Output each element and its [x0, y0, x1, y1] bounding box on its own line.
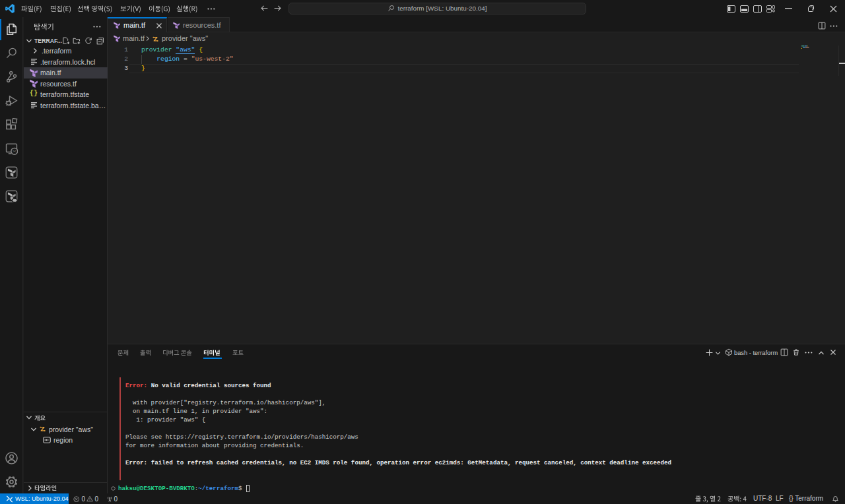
svg-text:><: >< [13, 149, 17, 153]
